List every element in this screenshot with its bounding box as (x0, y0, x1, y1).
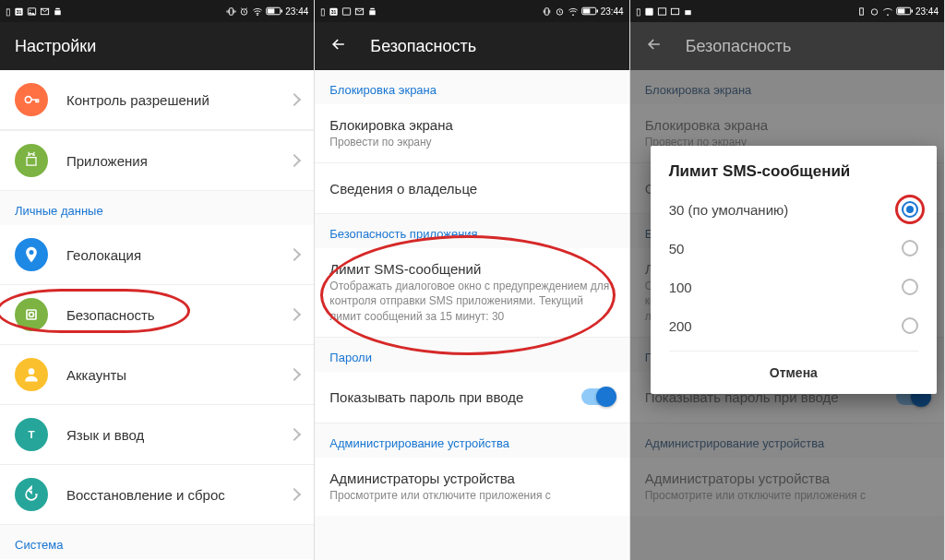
status-bar: ▯ 31 23:44 (315, 0, 628, 22)
section-passwords: Пароли (315, 338, 628, 372)
page-title: Настройки (15, 37, 96, 56)
chevron-right-icon (288, 308, 301, 321)
radio-option-100[interactable]: 100 (669, 268, 918, 306)
svg-rect-27 (596, 10, 598, 13)
svg-point-7 (257, 14, 258, 15)
alarm-icon (239, 6, 249, 17)
svg-rect-23 (544, 7, 548, 14)
store-icon (53, 6, 63, 17)
svg-rect-28 (583, 8, 591, 13)
section-personal: Личные данные (0, 191, 314, 225)
mail-icon (40, 6, 50, 17)
screen-security: ▯ 31 23:44 Безопасность Блокировка экран… (315, 0, 629, 560)
item-label: Показывать пароль при вводе (329, 389, 580, 405)
battery-icon (266, 6, 282, 16)
svg-rect-5 (230, 7, 233, 14)
status-time: 23:44 (285, 6, 308, 17)
svg-rect-10 (268, 8, 275, 13)
item-sub: Отображать диалоговое окно с предупрежде… (329, 279, 614, 324)
item-permissions[interactable]: Контроль разрешений (0, 70, 314, 130)
notif-icon: ▯ (636, 6, 641, 17)
svg-rect-37 (898, 8, 905, 13)
item-label: Сведения о владельце (329, 181, 614, 197)
item-label: Контроль разрешений (66, 92, 290, 108)
notif-icon: ▯ (6, 6, 11, 17)
back-button[interactable] (329, 35, 348, 57)
item-security[interactable]: Безопасность (0, 284, 314, 344)
item-sub: Просмотрите или отключите приложения с (329, 488, 614, 503)
status-time: 23:44 (915, 6, 939, 17)
chevron-right-icon (288, 93, 301, 106)
svg-rect-14 (27, 310, 36, 319)
svg-point-34 (887, 14, 888, 15)
alarm-icon (869, 6, 879, 17)
wifi-icon (252, 6, 263, 17)
svg-point-25 (572, 14, 573, 15)
item-accounts[interactable]: Аккаунты (0, 344, 314, 404)
section-appsec: Безопасность приложения (315, 214, 628, 248)
battery-icon (581, 6, 598, 16)
dialog-title: Лимит SMS-сообщений (669, 162, 918, 181)
key-icon (15, 83, 48, 116)
item-sub: Провести по экрану (329, 135, 614, 149)
text-icon: T (15, 418, 48, 451)
item-sms-limit[interactable]: Лимит SMS-сообщений Отображать диалогово… (315, 248, 628, 338)
cancel-button[interactable]: Отмена (770, 365, 818, 380)
chevron-right-icon (288, 368, 301, 381)
radio-option-200[interactable]: 200 (669, 306, 918, 345)
radio-option-50[interactable]: 50 (669, 229, 918, 268)
svg-rect-9 (281, 10, 283, 13)
shield-icon (15, 298, 48, 331)
calendar-icon: 31 (14, 6, 24, 17)
calendar-icon: 31 (329, 6, 339, 17)
image-icon (657, 6, 667, 17)
item-backup[interactable]: Восстановление и сброс (0, 464, 314, 525)
radio-option-30[interactable]: 30 (по умолчанию) (669, 190, 918, 229)
android-icon (15, 144, 48, 177)
item-owner[interactable]: Сведения о владельце (315, 162, 628, 214)
mail-icon (354, 6, 365, 17)
svg-text:T: T (28, 428, 34, 440)
wifi-icon (882, 6, 893, 17)
item-showpass[interactable]: Показывать пароль при вводе (315, 372, 628, 423)
radio-icon (902, 240, 918, 256)
app-bar: Безопасность (315, 22, 628, 70)
chevron-right-icon (288, 154, 301, 167)
image-icon (341, 6, 352, 17)
item-admins[interactable]: Администраторы устройства Просмотрите ил… (315, 458, 628, 516)
item-label: Восстановление и сброс (66, 487, 290, 503)
app-bar: Настройки (0, 22, 314, 70)
svg-point-16 (29, 368, 35, 375)
svg-rect-21 (343, 7, 351, 14)
item-label: Блокировка экрана (329, 117, 614, 133)
sms-limit-dialog: Лимит SMS-сообщений 30 (по умолчанию) 50… (651, 146, 937, 394)
restore-icon (15, 478, 48, 511)
back-button[interactable] (645, 35, 664, 57)
vibrate-icon (226, 6, 236, 17)
item-label: Приложения (66, 153, 290, 169)
svg-point-13 (32, 155, 33, 156)
svg-text:31: 31 (331, 8, 337, 14)
radio-icon (902, 279, 918, 295)
battery-icon (896, 6, 913, 16)
radio-icon (902, 201, 918, 218)
svg-point-3 (30, 9, 30, 10)
vibrate-icon (856, 6, 867, 17)
item-label: Администраторы устройства (329, 471, 614, 486)
mail-icon (670, 6, 680, 17)
radio-icon (902, 317, 918, 334)
item-apps[interactable]: Приложения (0, 130, 314, 191)
svg-text:31: 31 (17, 8, 22, 14)
svg-rect-31 (671, 8, 678, 14)
item-language[interactable]: T Язык и ввод (0, 404, 314, 464)
svg-point-33 (871, 8, 877, 14)
toggle-switch[interactable] (581, 388, 615, 405)
svg-point-12 (30, 155, 30, 156)
svg-rect-36 (911, 10, 913, 13)
page-title: Безопасность (686, 37, 792, 56)
screen-dialog: ▯ 23:44 Безопасность Блокировка экрана Б… (630, 0, 945, 560)
item-location[interactable]: Геолокация (0, 225, 314, 284)
svg-rect-32 (860, 7, 864, 14)
person-icon (15, 358, 48, 391)
item-lockscreen[interactable]: Блокировка экрана Провести по экрану (315, 104, 628, 162)
